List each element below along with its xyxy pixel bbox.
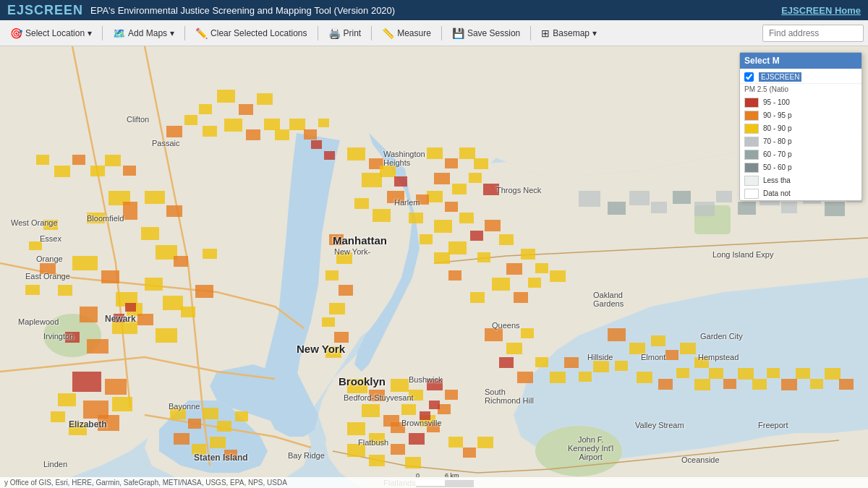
svg-rect-69	[445, 202, 458, 212]
svg-rect-179	[716, 191, 732, 202]
svg-rect-146	[203, 408, 218, 419]
legend-item: 95 - 100	[740, 96, 861, 109]
legend-item: 60 - 70 p	[740, 148, 861, 161]
legend-label: 70 - 80 p	[763, 137, 791, 145]
svg-rect-186	[217, 90, 235, 103]
svg-rect-20	[101, 270, 119, 283]
measure-button[interactable]: 📏 Measure	[376, 25, 437, 42]
svg-rect-101	[629, 343, 645, 354]
svg-rect-190	[224, 119, 242, 132]
svg-rect-26	[87, 339, 109, 354]
svg-rect-194	[184, 115, 197, 125]
svg-rect-85	[448, 270, 461, 281]
svg-rect-124	[409, 390, 423, 401]
map-container[interactable]: 0 6 km 0 4 mi Clifton Passaic West Orang…	[0, 46, 868, 488]
svg-rect-112	[723, 379, 736, 389]
svg-rect-111	[709, 368, 723, 379]
legend-checkbox[interactable]	[744, 72, 754, 82]
svg-rect-92	[521, 328, 534, 338]
svg-rect-140	[405, 457, 421, 468]
svg-rect-23	[80, 307, 98, 322]
svg-rect-154	[445, 158, 458, 168]
svg-rect-152	[224, 450, 237, 460]
svg-rect-117	[796, 368, 810, 379]
dropdown-arrow-icon: ▾	[170, 28, 174, 38]
legend-item: 50 - 60 p	[740, 161, 861, 174]
home-link[interactable]: EJSCREEN Home	[781, 5, 861, 16]
find-address-input[interactable]	[762, 25, 864, 42]
svg-rect-64	[329, 303, 345, 314]
svg-rect-123	[391, 379, 409, 392]
basemap-button[interactable]: ⊞ Basemap ▾	[535, 25, 603, 42]
svg-rect-189	[199, 104, 212, 114]
svg-rect-73	[485, 220, 501, 231]
svg-rect-105	[694, 357, 709, 368]
svg-rect-192	[264, 119, 280, 130]
svg-rect-135	[409, 433, 425, 445]
svg-rect-41	[29, 241, 42, 250]
svg-rect-173	[579, 191, 600, 207]
svg-rect-165	[105, 155, 121, 166]
save-session-button[interactable]: 💾 Save Session	[446, 25, 526, 42]
svg-rect-157	[434, 173, 450, 184]
legend-layer-name: EJSCREEN	[740, 69, 861, 84]
svg-rect-160	[483, 184, 499, 195]
svg-rect-79	[535, 263, 548, 273]
svg-rect-52	[347, 147, 365, 160]
legend-indicator: PM 2.5 (Natio	[740, 84, 861, 96]
svg-rect-93	[499, 357, 514, 368]
basemap-icon: ⊞	[541, 27, 550, 39]
print-button[interactable]: 🖨️ Print	[323, 25, 367, 42]
svg-rect-177	[673, 191, 691, 204]
svg-rect-67	[326, 346, 341, 358]
legend-items: 95 - 10090 - 95 p80 - 90 p70 - 80 p60 - …	[740, 96, 861, 200]
svg-rect-34	[163, 296, 183, 310]
svg-rect-153	[427, 147, 443, 159]
select-location-button[interactable]: 🎯 Select Location ▾	[4, 25, 98, 42]
svg-rect-143	[477, 437, 493, 448]
svg-rect-94	[517, 372, 533, 383]
svg-rect-70	[434, 220, 452, 233]
svg-rect-187	[239, 104, 253, 115]
clear-selected-button[interactable]: ✏️ Clear Selected Locations	[190, 25, 312, 42]
svg-rect-145	[188, 419, 201, 429]
svg-rect-35	[137, 314, 153, 325]
svg-rect-38	[195, 285, 213, 298]
divider	[318, 26, 318, 40]
svg-rect-47	[58, 393, 76, 406]
svg-rect-174	[608, 202, 626, 215]
svg-rect-114	[752, 379, 767, 390]
svg-rect-155	[459, 147, 475, 159]
legend-label: 95 - 100	[763, 98, 790, 106]
svg-rect-40	[43, 220, 58, 230]
svg-rect-133	[369, 433, 385, 445]
svg-rect-166	[123, 166, 136, 176]
svg-rect-83	[550, 270, 566, 282]
svg-rect-175	[629, 191, 650, 205]
svg-rect-104	[680, 343, 696, 354]
svg-rect-50	[69, 422, 87, 435]
legend-swatch	[744, 111, 759, 121]
svg-rect-96	[550, 372, 566, 383]
legend-label: 60 - 70 p	[763, 150, 791, 158]
svg-rect-147	[217, 421, 231, 432]
svg-rect-162	[54, 166, 70, 177]
legend-item: 70 - 80 p	[740, 135, 861, 148]
svg-rect-136	[427, 422, 440, 432]
svg-rect-159	[469, 173, 482, 183]
svg-rect-196	[275, 129, 289, 140]
svg-rect-120	[839, 379, 854, 390]
svg-rect-36	[156, 328, 177, 343]
svg-rect-51	[51, 411, 65, 422]
svg-rect-141	[448, 437, 463, 448]
legend-panel: Select M EJSCREEN PM 2.5 (Natio 95 - 100…	[739, 52, 862, 201]
svg-rect-63	[339, 285, 353, 296]
svg-rect-62	[326, 270, 339, 281]
add-maps-button[interactable]: 🗺️ Add Maps ▾	[107, 25, 180, 42]
svg-rect-71	[459, 213, 474, 223]
dropdown-arrow-icon: ▾	[88, 28, 92, 38]
svg-rect-19	[72, 256, 98, 270]
svg-rect-44	[72, 372, 101, 392]
legend-swatch	[744, 163, 759, 173]
svg-rect-156	[474, 158, 488, 169]
